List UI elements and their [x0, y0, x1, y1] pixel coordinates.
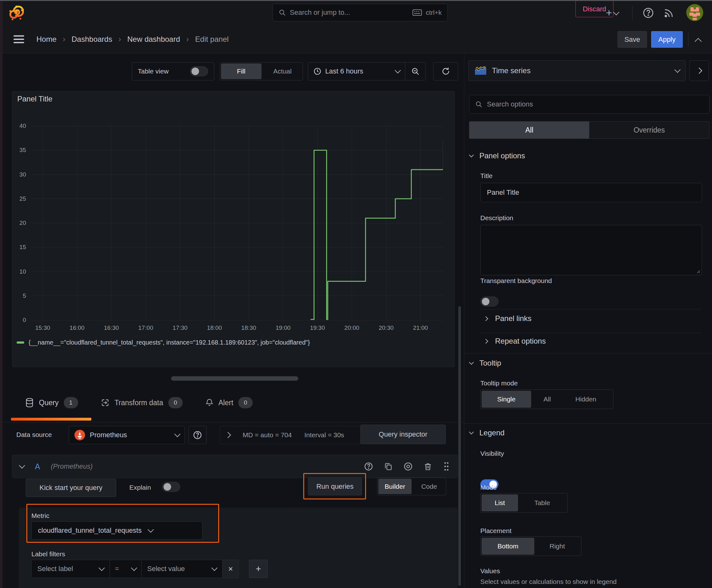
grafana-logo[interactable] [8, 4, 24, 21]
tab-transform-label: Transform data [114, 399, 163, 407]
x-tick: 19:30 [305, 324, 330, 331]
breadcrumb-separator: › [187, 35, 189, 44]
table-view-toggle[interactable] [190, 66, 208, 76]
hamburger-menu-icon[interactable] [13, 35, 24, 44]
tab-query[interactable]: Query 1 [25, 397, 78, 408]
description-textarea[interactable] [480, 225, 702, 275]
legend-placement-switch: Bottom Right [480, 537, 581, 556]
resize-grip-icon[interactable] [695, 269, 700, 274]
query-inspector-button[interactable]: Query inspector [360, 425, 446, 444]
apply-button[interactable]: Apply [651, 31, 683, 48]
panel-title-input[interactable] [480, 183, 702, 202]
tooltip-title: Tooltip [479, 359, 501, 368]
operator-dropdown[interactable]: = [110, 560, 142, 578]
visualization-picker[interactable]: Time series [468, 60, 686, 81]
query-help-icon[interactable] [364, 462, 373, 471]
help-icon[interactable] [642, 7, 654, 19]
remove-filter-button[interactable]: × [222, 560, 239, 578]
breadcrumb-new-dashboard[interactable]: New dashboard [127, 35, 180, 44]
zoom-out-time-icon[interactable] [405, 63, 425, 80]
time-series-chart[interactable] [32, 126, 443, 321]
options-search-input[interactable] [487, 100, 704, 108]
discard-button[interactable]: Discard [576, 1, 613, 17]
y-tick: 35 [12, 147, 26, 153]
collapse-query-icon[interactable] [19, 462, 25, 469]
options-search-box[interactable] [469, 95, 710, 114]
metric-value: cloudflared_tunnel_total_requests [38, 526, 142, 534]
tab-overrides[interactable]: Overrides [589, 122, 709, 139]
section-divider [464, 423, 712, 424]
breadcrumb-home[interactable]: Home [37, 35, 57, 44]
select-label-dropdown[interactable]: Select label [31, 560, 110, 578]
news-rss-icon[interactable] [663, 7, 674, 19]
builder-option[interactable]: Builder [378, 479, 412, 494]
collapse-header-icon[interactable] [695, 38, 702, 45]
expand-options-icon[interactable] [225, 432, 231, 438]
x-axis-labels: 15:3016:0016:3017:0017:3018:0018:3019:00… [32, 324, 443, 333]
mode-list-option[interactable]: List [481, 495, 518, 511]
kick-start-query-button[interactable]: Kick start your query [26, 479, 116, 497]
tab-alert-count: 0 [238, 397, 253, 408]
query-a-header[interactable]: A (Prometheus) [12, 455, 458, 478]
run-queries-button[interactable]: Run queries [308, 478, 362, 495]
placement-right-option[interactable]: Right [535, 537, 579, 555]
panel-title[interactable]: Panel Title [17, 94, 52, 103]
datasource-help-button[interactable] [188, 426, 207, 444]
placement-bottom-option[interactable]: Bottom [481, 538, 534, 555]
tooltip-section-header[interactable]: Tooltip [470, 359, 501, 368]
actual-option[interactable]: Actual [262, 63, 303, 80]
visibility-label: Visibility [480, 450, 504, 457]
timeseries-viz-icon [474, 66, 487, 76]
x-tick: 18:30 [236, 324, 261, 331]
query-ref-id: A [35, 462, 40, 471]
tab-all-options[interactable]: All [469, 122, 589, 139]
chart-legend[interactable]: {__name__="cloudflared_tunnel_total_requ… [17, 339, 310, 346]
metric-select[interactable]: cloudflared_tunnel_total_requests [31, 521, 202, 540]
drag-query-handle[interactable] [443, 462, 450, 471]
tooltip-mode-switch: Single All Hidden [480, 390, 613, 409]
duplicate-query-icon[interactable] [384, 462, 393, 471]
y-axis-labels: 0510152025303540 [12, 126, 28, 320]
repeat-options-header[interactable]: Repeat options [484, 337, 546, 345]
tab-transform-data[interactable]: Transform data 0 [101, 397, 183, 408]
legend-series-name[interactable]: {__name__="cloudflared_tunnel_total_requ… [28, 339, 310, 346]
tooltip-hidden-option[interactable]: Hidden [562, 390, 609, 408]
mode-table-option[interactable]: Table [519, 493, 565, 512]
breadcrumb-separator: › [118, 35, 121, 44]
global-search-box[interactable]: ctrl+k [273, 4, 448, 21]
toggle-visibility-icon[interactable] [404, 462, 413, 471]
tab-transform-count: 0 [168, 397, 183, 408]
add-filter-button[interactable]: + [249, 560, 268, 578]
datasource-picker[interactable]: Prometheus [69, 426, 185, 444]
explain-label: Explain [129, 484, 151, 491]
refresh-button[interactable] [433, 62, 458, 80]
breadcrumb-bar: Home › Dashboards › New dashboard › Edit… [0, 25, 712, 54]
tab-alert-label: Alert [218, 399, 233, 407]
code-option[interactable]: Code [412, 478, 446, 495]
tooltip-single-option[interactable]: Single [481, 391, 531, 408]
legend-section-header[interactable]: Legend [470, 428, 504, 437]
tooltip-all-option[interactable]: All [532, 390, 562, 408]
topbar-divider [632, 6, 632, 19]
explain-toggle[interactable] [162, 482, 180, 492]
panel-links-header[interactable]: Panel links [484, 314, 532, 323]
tabs-bottom-divider [0, 422, 464, 422]
select-value-placeholder: Select value [147, 565, 185, 573]
user-avatar[interactable] [686, 4, 703, 21]
time-range-picker[interactable]: Last 6 hours [308, 67, 405, 76]
tab-alert[interactable]: Alert 0 [205, 397, 253, 408]
delete-query-icon[interactable] [424, 462, 432, 471]
y-tick: 40 [12, 123, 26, 129]
collapse-options-pane-button[interactable] [689, 60, 709, 81]
transparent-background-toggle[interactable] [480, 296, 498, 307]
search-input[interactable] [290, 8, 409, 17]
panel-options-header[interactable]: Panel options [470, 151, 525, 160]
fill-option[interactable]: Fill [221, 63, 261, 79]
breadcrumb-dashboards[interactable]: Dashboards [71, 35, 112, 44]
options-search-icon [475, 101, 482, 108]
main-scrollbar[interactable] [458, 306, 461, 586]
pane-resize-handle[interactable] [171, 376, 298, 381]
save-button[interactable]: Save [618, 31, 647, 48]
select-value-dropdown[interactable]: Select value [142, 560, 222, 578]
legend-series-swatch [17, 341, 24, 344]
